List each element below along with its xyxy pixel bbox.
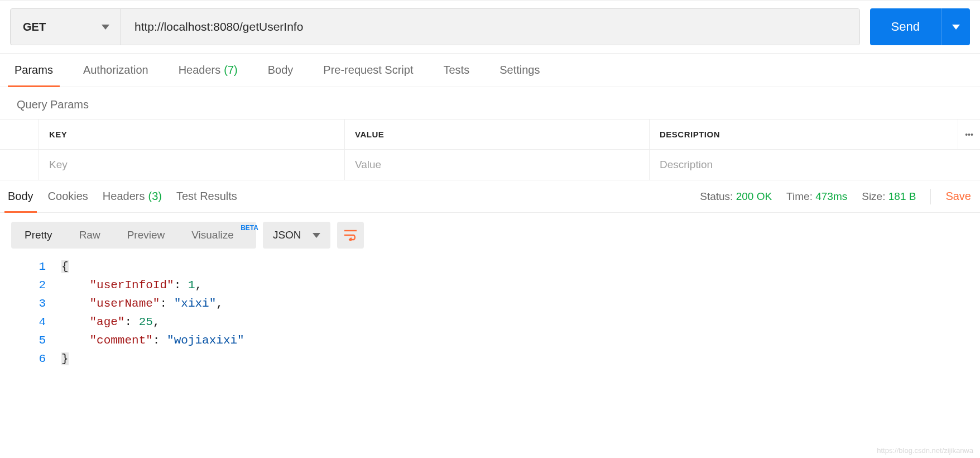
save-response-button[interactable]: Save: [945, 190, 971, 203]
status-group: Status: 200 OK: [700, 190, 772, 203]
column-header-key: KEY: [39, 120, 345, 149]
view-mode-preview[interactable]: Preview: [114, 222, 179, 249]
tab-pre-request-script[interactable]: Pre-request Script: [323, 54, 413, 87]
tab-tests[interactable]: Tests: [443, 54, 469, 87]
http-method-select[interactable]: GET: [11, 9, 121, 45]
size-group: Size: 181 B: [862, 190, 916, 203]
tab-authorization[interactable]: Authorization: [83, 54, 148, 87]
response-tab-headers-count: (3): [148, 190, 161, 203]
time-group: Time: 473ms: [786, 190, 847, 203]
send-button-group: Send: [870, 8, 970, 45]
query-params-title: Query Params: [0, 87, 980, 119]
line-number: 3: [0, 294, 46, 313]
line-number: 1: [0, 257, 46, 276]
time-label: Time:: [786, 190, 813, 202]
response-tab-test-results[interactable]: Test Results: [176, 180, 237, 212]
response-bar: Body Cookies Headers (3) Test Results St…: [0, 180, 980, 213]
response-body-viewer[interactable]: 1 2 3 4 5 6 { "userInfoId": 1, "userName…: [0, 254, 980, 371]
response-tab-headers-label: Headers: [103, 190, 145, 203]
response-meta: Status: 200 OK Time: 473ms Size: 181 B S…: [700, 189, 971, 204]
watermark: https://blog.csdn.net/zijikanwa: [877, 446, 973, 455]
tab-headers-label: Headers: [179, 64, 221, 77]
view-mode-raw[interactable]: Raw: [66, 222, 114, 249]
chevron-down-icon: [952, 25, 960, 30]
line-number-gutter: 1 2 3 4 5 6: [0, 257, 61, 368]
time-value: 473ms: [815, 190, 847, 202]
send-dropdown-button[interactable]: [941, 8, 970, 45]
size-label: Size:: [862, 190, 885, 202]
url-input[interactable]: [121, 9, 859, 45]
tab-headers-count: (7): [224, 64, 237, 77]
send-button[interactable]: Send: [870, 8, 941, 45]
param-value-input[interactable]: [355, 159, 639, 171]
view-mode-group: Pretty Raw Preview Visualize BETA: [11, 222, 256, 249]
beta-badge: BETA: [241, 224, 258, 232]
response-body-code: { "userInfoId": 1, "userName": "xixi", "…: [61, 257, 980, 368]
table-row: [0, 150, 980, 180]
wrap-lines-button[interactable]: [337, 222, 364, 249]
format-select[interactable]: JSON: [263, 222, 330, 249]
line-number: 2: [0, 276, 46, 294]
param-key-input[interactable]: [49, 159, 334, 171]
tab-body[interactable]: Body: [268, 54, 294, 87]
line-number: 6: [0, 350, 46, 368]
checkbox-cell: [0, 150, 39, 180]
column-header-description: DESCRIPTION: [650, 120, 958, 149]
param-description-input[interactable]: [660, 159, 970, 171]
tab-settings[interactable]: Settings: [499, 54, 540, 87]
status-value: 200 OK: [736, 190, 772, 202]
wrap-lines-icon: [344, 230, 357, 241]
response-tab-headers[interactable]: Headers (3): [103, 180, 162, 212]
size-value: 181 B: [888, 190, 916, 202]
http-method-value: GET: [23, 21, 46, 34]
method-url-group: GET: [10, 8, 860, 45]
chevron-down-icon: [102, 25, 109, 30]
line-number: 5: [0, 331, 46, 350]
table-header-row: KEY VALUE DESCRIPTION •••: [0, 120, 980, 150]
status-label: Status:: [700, 190, 733, 202]
checkbox-column-spacer: [0, 120, 39, 149]
tab-params[interactable]: Params: [15, 54, 53, 87]
column-header-value: VALUE: [345, 120, 650, 149]
response-tab-cookies[interactable]: Cookies: [48, 180, 88, 212]
column-options-button[interactable]: •••: [958, 120, 980, 149]
format-select-value: JSON: [273, 229, 301, 241]
query-params-table: KEY VALUE DESCRIPTION •••: [0, 119, 980, 180]
chevron-down-icon: [313, 233, 320, 238]
line-number: 4: [0, 313, 46, 331]
tab-headers[interactable]: Headers (7): [179, 54, 238, 87]
request-bar: GET Send: [0, 0, 980, 54]
divider: [930, 189, 931, 204]
view-mode-visualize-label: Visualize: [191, 229, 234, 241]
response-format-bar: Pretty Raw Preview Visualize BETA JSON: [0, 213, 980, 254]
request-tabs: Params Authorization Headers (7) Body Pr…: [0, 54, 980, 87]
view-mode-visualize[interactable]: Visualize BETA: [178, 222, 256, 249]
response-tab-body[interactable]: Body: [8, 180, 33, 212]
view-mode-pretty[interactable]: Pretty: [11, 222, 66, 249]
